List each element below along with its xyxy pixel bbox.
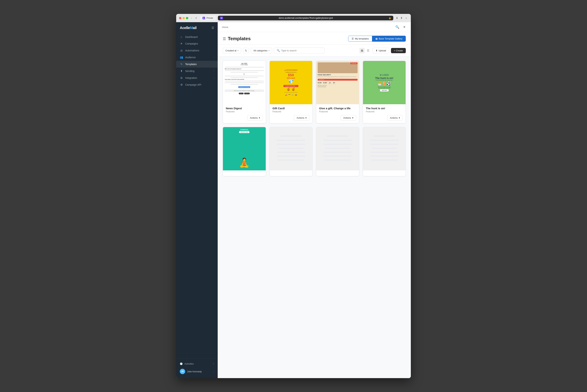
card-actions-gift-card: Actions ▾ <box>272 115 310 121</box>
sidebar: AcelleMail ☰ ⌂ Dashboard ✈ Campaigns ◎ A… <box>176 22 218 378</box>
gc-claim-btn: CLAIM YOUR FREE → <box>283 85 298 87</box>
share-icon[interactable]: ⬆ <box>400 16 403 20</box>
avatar: JK <box>180 369 185 374</box>
sort-filter-button[interactable]: Created at ▾ <box>223 48 241 53</box>
sidebar-item-campaigns[interactable]: ✈ Campaigns <box>176 40 218 47</box>
fs-stat-causes: 40+ Causes <box>333 82 335 84</box>
sidebar-item-integration[interactable]: ⧉ Integration › <box>176 74 218 81</box>
create-button[interactable]: + Create <box>391 48 406 53</box>
browser-tab[interactable]: M Private <box>200 16 216 20</box>
nd-line-6 <box>225 76 264 76</box>
theme-toggle-button[interactable]: ☀ <box>402 24 407 30</box>
skeleton-line <box>278 148 304 149</box>
actions-chevron-4: ▾ <box>399 116 400 119</box>
sidebar-item-campaign-api[interactable]: ⚙ Campaign API <box>176 81 218 88</box>
nd-line-10 <box>230 84 258 84</box>
close-button[interactable] <box>179 17 181 19</box>
minimize-button[interactable] <box>182 17 185 19</box>
search-input[interactable] <box>281 49 322 52</box>
new-tab-icon[interactable]: ＋ <box>405 16 408 20</box>
sidebar-item-dashboard[interactable]: ⌂ Dashboard <box>176 34 218 40</box>
eh-gear: ⚙ LOGO <box>380 74 389 76</box>
eh-headline: The hunt is on! <box>375 77 393 80</box>
yoga-logo: ETANBONJO Certified Yoga Therapist DROP … <box>239 129 249 133</box>
card-body-food-security: Give a gift. Change a life Featured Acti… <box>316 104 359 123</box>
skeleton-line <box>324 152 352 153</box>
view-tabs: ☰ My templates ▦ Base Template Gallery <box>348 36 406 42</box>
grid-view-button[interactable]: ⊞ <box>359 48 365 53</box>
sidebar-item-automations[interactable]: ◎ Automations <box>176 47 218 54</box>
gc-congrats: Congrats you've won a <box>285 72 297 73</box>
upload-button[interactable]: ⬆ Upload <box>373 48 389 53</box>
tab-label: Private <box>206 17 213 19</box>
skeleton-line <box>324 144 352 145</box>
view-toggle: ⊞ ☰ <box>359 48 371 53</box>
maximize-button[interactable] <box>186 17 188 19</box>
category-filter-button[interactable]: All categories ▾ <box>251 48 272 53</box>
skeleton-line <box>327 136 348 137</box>
app-logo: AcelleMail <box>180 26 197 30</box>
sending-icon: ⬆ <box>180 70 183 73</box>
nd-line-7 <box>230 77 258 78</box>
download-icon[interactable]: ⬇ <box>396 16 399 20</box>
actions-button-gift-card[interactable]: Actions ▾ <box>294 115 309 121</box>
card-body-yoga <box>223 170 266 176</box>
sidebar-item-audience[interactable]: 👥 Audience › <box>176 54 218 61</box>
sending-chevron: › <box>213 70 214 72</box>
integration-chevron: › <box>213 77 214 79</box>
yoga-cert: Certified Yoga Therapist <box>239 130 249 131</box>
skeleton-line <box>278 160 304 161</box>
back-button[interactable]: ‹ <box>190 16 193 20</box>
fs-stat-label-4: Causes <box>333 83 335 84</box>
gc-gem: 💎 <box>288 79 294 84</box>
gc-pots: 🍯 🍯 <box>286 87 295 91</box>
skeleton-line <box>280 136 302 137</box>
actions-button-news-digest[interactable]: Actions ▾ <box>247 115 263 121</box>
eh-inner: ⚙ LOGO The hunt is on! Fill your Easter … <box>363 61 406 104</box>
filter-icon-button[interactable]: ⇅ <box>243 48 249 53</box>
activities-label: Activities <box>184 362 194 365</box>
card-preview-news-digest: my LOGOLouis's Digest What is the most J… <box>223 61 266 104</box>
fs-section-text: Give Where Most Needed <box>318 86 358 87</box>
card-preview-yoga: ETANBONJO Certified Yoga Therapist DROP … <box>223 127 266 170</box>
nd-appstore: App Store <box>239 93 243 94</box>
skeleton-line <box>277 144 305 145</box>
user-profile[interactable]: JK Jolie Kennedy › <box>176 367 218 376</box>
fs-section-title: Monthly Donation <box>318 85 358 86</box>
skeleton-line <box>277 140 305 141</box>
address-bar[interactable]: M demo.acellemail.com/templates?from=gal… <box>218 16 393 20</box>
my-templates-icon: ☰ <box>352 37 354 40</box>
fs-stats: 20 000 Volunteers 10 000 Donations 23 Co… <box>318 82 358 84</box>
sidebar-label-audience: Audience <box>185 56 196 59</box>
skeleton-line <box>277 156 305 157</box>
sidebar-item-templates[interactable]: ✎ Templates <box>176 61 218 68</box>
tab-my-templates[interactable]: ☰ My templates <box>348 36 372 42</box>
template-card-skeleton-2 <box>269 127 313 176</box>
campaign-api-icon: ⚙ <box>180 83 183 86</box>
browser-actions: ⬇ ⬆ ＋ <box>396 16 408 20</box>
sidebar-item-sending[interactable]: ⬆ Sending › <box>176 68 218 74</box>
template-card-skeleton-4 <box>363 127 406 176</box>
activities-link[interactable]: 🕐 Activities ↗ <box>176 361 218 367</box>
skeleton-line <box>324 160 351 161</box>
nd-logo: my LOGOLouis's Digest <box>241 63 248 65</box>
page-title: Templates <box>228 36 251 42</box>
sidebar-label-templates: Templates <box>185 63 197 66</box>
lock-icon: 🔒 <box>389 17 391 19</box>
actions-button-food-security[interactable]: Actions ▾ <box>341 115 356 121</box>
tab-base-gallery[interactable]: ▦ Base Template Gallery <box>372 36 406 42</box>
fs-stat-volunteers: 20 000 Volunteers <box>318 82 322 84</box>
browser-nav: ‹ ↺ <box>190 16 198 20</box>
gc-icon-4: 📦 <box>295 94 297 96</box>
hamburger-button[interactable]: ☰ <box>211 26 214 30</box>
yoga-person: 🧘 <box>239 158 250 168</box>
search-icon-button[interactable]: 🔍 <box>395 24 400 30</box>
card-actions-food-security: Actions ▾ <box>319 115 356 121</box>
list-view-button[interactable]: ☰ <box>365 48 371 53</box>
refresh-button[interactable]: ↺ <box>194 16 198 20</box>
card-body-hunt: The hunt is on! Featured Actions ▾ <box>363 104 406 123</box>
actions-button-hunt[interactable]: Actions ▾ <box>387 115 403 121</box>
gc-icon-1: 🚚 <box>285 94 287 96</box>
fs-stat-label-3: Countries <box>328 83 331 84</box>
card-subtitle-hunt: Featured <box>366 110 403 113</box>
